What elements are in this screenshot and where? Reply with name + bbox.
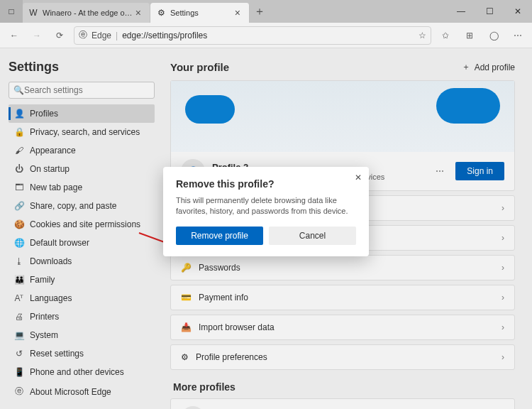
- cancel-button[interactable]: Cancel: [269, 227, 356, 245]
- dialog-overlay: ✕ Remove this profile? This will permane…: [0, 0, 532, 409]
- dialog-close-icon[interactable]: ✕: [355, 173, 362, 182]
- remove-profile-button[interactable]: Remove profile: [176, 227, 263, 245]
- remove-profile-dialog: ✕ Remove this profile? This will permane…: [163, 167, 369, 257]
- dialog-title: Remove this profile?: [176, 178, 356, 190]
- dialog-body: This will permanently delete browsing da…: [176, 195, 356, 217]
